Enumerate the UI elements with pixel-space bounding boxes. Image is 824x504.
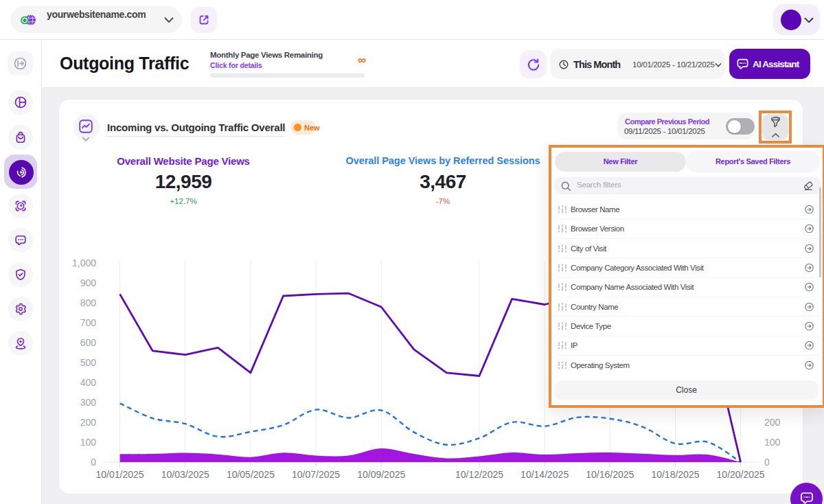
svg-text:10/14/2025: 10/14/2025 [520, 469, 569, 480]
svg-text:10/16/2025: 10/16/2025 [586, 469, 634, 480]
svg-text:200: 200 [80, 417, 97, 428]
svg-text:100: 100 [764, 437, 781, 448]
svg-text:200: 200 [764, 417, 781, 428]
svg-text:10/12/2025: 10/12/2025 [455, 469, 503, 480]
svg-text:10/03/2025: 10/03/2025 [161, 469, 209, 480]
svg-text:10/07/2025: 10/07/2025 [292, 469, 340, 480]
svg-text:700: 700 [80, 317, 97, 328]
svg-text:400: 400 [80, 377, 97, 388]
svg-text:10/18/2025: 10/18/2025 [651, 469, 699, 480]
svg-text:300: 300 [80, 397, 97, 408]
svg-text:0: 0 [91, 457, 96, 468]
svg-text:10/01/2025: 10/01/2025 [96, 469, 144, 480]
svg-text:800: 800 [80, 297, 97, 308]
svg-text:1,000: 1,000 [72, 257, 96, 268]
svg-text:600: 600 [80, 337, 97, 348]
svg-text:100: 100 [80, 437, 97, 448]
svg-text:10/20/2025: 10/20/2025 [717, 469, 765, 480]
svg-text:900: 900 [80, 277, 97, 288]
svg-text:0: 0 [764, 457, 770, 468]
svg-text:10/09/2025: 10/09/2025 [357, 469, 405, 480]
svg-text:10/05/2025: 10/05/2025 [227, 469, 275, 480]
svg-text:500: 500 [80, 357, 97, 368]
